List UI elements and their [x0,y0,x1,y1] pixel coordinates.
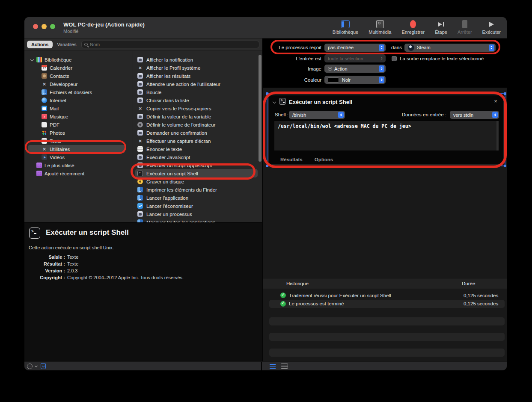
image-popup[interactable]: Action [324,65,386,73]
description-field: Résultat : Texte [24,260,256,267]
toolbar-button[interactable]: Enregistrer [401,20,425,35]
action-item-icon [137,65,143,71]
sidebar-item[interactable]: Fichiers et dossiers [24,88,133,96]
close-window-button[interactable] [33,24,38,29]
description-field-label: Résultat : [24,261,65,266]
actions-list-scrollbar[interactable] [259,55,262,162]
action-block-footer: Résultats Options [280,157,333,162]
action-list-item[interactable]: Exécuter JavaScript [133,153,262,161]
tab-actions[interactable]: Actions [27,41,53,48]
action-item-icon [137,106,143,111]
log-list-icon[interactable] [270,364,276,369]
toolbar-button[interactable]: Étape [435,20,447,35]
action-list-item[interactable]: Choisir dans la liste [133,96,262,104]
action-list-item[interactable]: Afficher les résultats [133,72,262,80]
panels-view-icon[interactable] [281,364,287,369]
action-list-item[interactable]: Lancer l'économiseur [133,202,262,210]
action-list-item[interactable]: Imprimer les éléments du Finder [133,186,262,194]
action-item-label: Exécuter JavaScript [146,155,190,160]
options-tab[interactable]: Options [315,157,333,162]
action-list-item[interactable]: Énoncer le texte [133,145,262,153]
sidebar-item-icon [36,163,42,168]
sidebar-item-icon [42,106,47,111]
action-item-label: Lancer l'économiseur [146,204,193,209]
sidebar-item-icon [42,114,47,119]
action-list-item[interactable]: Attendre une action de l'utilisateur [133,80,262,88]
sidebar-item[interactable]: Photos [24,129,133,137]
zoom-window-button[interactable] [50,24,55,29]
toolbar-button-label: Arrêter [458,30,472,35]
input-data-popup[interactable]: vers stdin [450,111,499,119]
chevron-down-icon[interactable] [35,364,38,368]
sidebar-item-label: Fichiers et dossiers [50,90,92,95]
action-list-item[interactable]: Afficher le Profil système [133,64,262,72]
close-action-button[interactable]: × [492,98,499,105]
search-icon [84,43,88,46]
action-item-label: Énoncer le texte [146,147,182,152]
action-list-item[interactable]: Boucle [133,88,262,96]
action-list-item[interactable]: Graver un disque [133,177,262,186]
action-list-item[interactable]: Définir le volume de l'ordinateur [133,121,262,129]
action-list-item[interactable]: Masquer toutes les applications [133,218,262,222]
action-list-item[interactable]: Demander une confirmation [133,129,262,137]
sidebar-item[interactable]: Musique [24,112,133,121]
sidebar-item[interactable]: Calendrier [24,64,133,72]
application-popup[interactable]: Steam [404,44,496,52]
description-field: Version : 2.0.3 [24,267,256,274]
variables-toggle-icon[interactable] [41,363,46,369]
sidebar-item[interactable]: Utilitaires [24,145,133,153]
sidebar-item[interactable]: Vidéos [24,153,133,161]
action-item-icon [137,122,143,127]
selection-handle[interactable] [266,92,268,95]
toolbar-button[interactable]: Arrêter [458,20,472,35]
script-scrollbar[interactable] [496,121,499,151]
sidebar-item[interactable]: PDF [24,121,133,129]
toolbar-button[interactable]: Exécuter [482,20,501,35]
action-list-item[interactable]: Exécuter un script AppleScript [133,161,262,169]
action-list-item[interactable]: Exécuter un script Shell [133,169,262,177]
action-list-item[interactable]: Définir la valeur de la variable [133,112,262,121]
sidebar-item-icon [42,130,47,136]
collapse-chevron-icon[interactable] [273,100,276,104]
toolbar-button[interactable]: Multimédia [369,20,391,35]
action-list-item[interactable]: Copier vers le Presse-papiers [133,104,262,112]
sidebar-item[interactable]: Le plus utilisé [24,161,133,169]
sidebar-item-label: Musique [50,114,68,119]
results-tab[interactable]: Résultats [280,157,303,162]
sidebar-item[interactable]: Internet [24,96,133,104]
sidebar-item-icon [42,122,47,127]
replace-text-checkbox[interactable] [392,56,397,61]
action-list-item[interactable]: Effectuer une capture d'écran [133,137,262,145]
action-list-item[interactable]: Afficher la notification [133,56,262,64]
ellipsis-circle-icon[interactable]: … [27,364,33,369]
action-list-item[interactable]: Lancer un processus [133,210,262,218]
color-popup[interactable]: Noir [324,76,386,84]
shell-popup[interactable]: /bin/sh [289,111,345,119]
toolbar-button-label: Exécuter [482,30,501,35]
toolbar-button[interactable]: Bibliothèque [333,20,359,35]
action-item-label: Imprimer les éléments du Finder [146,187,217,192]
history-row[interactable]: Traitement réussi pour Exécuter un scrip… [269,291,505,299]
script-editor[interactable]: /usr/local/bin/wol <adresse MAC du PC de… [274,121,499,151]
popup-stepper-icon [492,112,498,118]
sidebar-item[interactable]: Texte [24,137,133,145]
sidebar-item[interactable]: Ajouté récemment [24,169,133,177]
sidebar-item[interactable]: Bibliothèque [24,56,133,64]
history-row[interactable]: Le processus est terminé 0,125 secondes [269,300,505,308]
sidebar-item-label: PDF [50,122,59,127]
selection-handle[interactable] [504,92,506,95]
sidebar-item-label: Contacts [50,74,69,79]
sidebar-item[interactable]: Développeur [24,80,133,88]
selection-handle[interactable] [504,165,506,167]
sidebar-item[interactable]: Contacts [24,72,133,80]
selection-handle[interactable] [266,165,268,167]
action-item-label: Lancer un processus [146,212,192,217]
minimize-window-button[interactable] [42,24,47,29]
input-type-popup[interactable]: pas d'entrée [324,44,386,52]
chevron-down-icon[interactable] [30,57,35,62]
tab-variables[interactable]: Variables [53,41,80,48]
search-input[interactable]: Nom [81,41,259,48]
in-label: dans [391,45,402,50]
action-list-item[interactable]: Lancer l'application [133,194,262,202]
sidebar-item[interactable]: Mail [24,104,133,112]
